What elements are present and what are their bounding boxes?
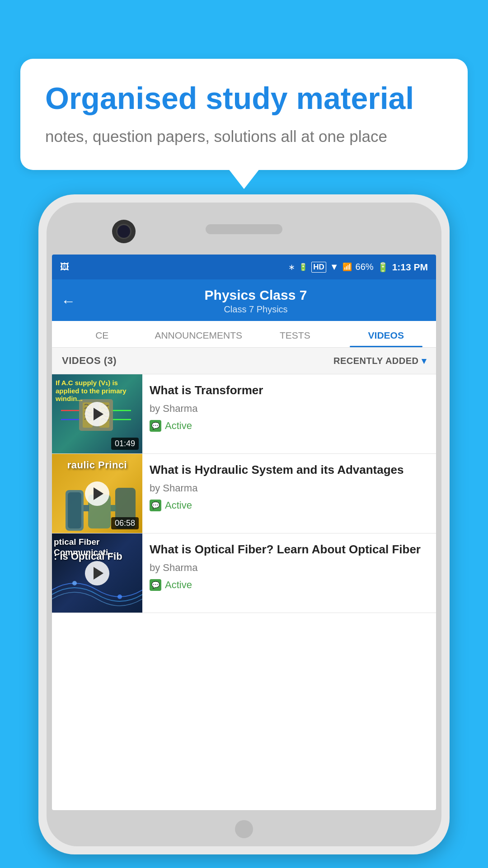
video-title-3: What is Optical Fiber? Learn About Optic… <box>150 542 429 557</box>
tab-announcements[interactable]: ANNOUNCEMENTS <box>147 321 249 347</box>
active-label-3: Active <box>165 579 192 591</box>
video-duration-2: 06:58 <box>111 517 139 529</box>
status-bar-right: ∗ 🔋 HD ▼ 📶 66% 🔋 1:13 PM <box>288 262 428 273</box>
svg-rect-12 <box>111 505 116 511</box>
video-author-1: by Sharma <box>150 403 429 415</box>
battery-label: 66% <box>356 262 374 272</box>
video-info-1: What is Transformer by Sharma 💬 Active <box>142 374 436 440</box>
optical-thumb-text2: : is Optical Fib <box>54 551 122 562</box>
play-button-3[interactable] <box>85 561 109 585</box>
video-info-2: What is Hydraulic System and its Advanta… <box>142 454 436 519</box>
active-label-1: Active <box>165 420 192 432</box>
play-triangle-1 <box>94 408 103 420</box>
bluetooth-icon: ∗ <box>288 262 295 272</box>
video-duration-1: 01:49 <box>111 438 139 450</box>
active-label-2: Active <box>165 500 192 511</box>
svg-rect-11 <box>84 505 89 511</box>
video-title-1: What is Transformer <box>150 382 429 398</box>
back-button[interactable]: ← <box>61 293 75 310</box>
video-thumbnail-1: If A.C supply (V₁) is applied to the pri… <box>52 374 142 453</box>
time-label: 1:13 PM <box>392 262 428 273</box>
play-button-1[interactable] <box>85 402 109 426</box>
phone-screen: 🖼 ∗ 🔋 HD ▼ 📶 66% 🔋 1:13 PM ← Physics Cla <box>52 255 436 810</box>
video-count: VIDEOS (3) <box>62 355 117 367</box>
status-bar-left: 🖼 <box>60 262 69 272</box>
play-triangle-3 <box>94 567 103 580</box>
status-icon-2: 💬 <box>150 500 161 511</box>
phone-inner: 🖼 ∗ 🔋 HD ▼ 📶 66% 🔋 1:13 PM ← Physics Cla <box>47 203 441 846</box>
status-icon-1: 💬 <box>150 420 161 432</box>
video-item-3[interactable]: ptical Fiber Communicati... : is Optical… <box>52 533 436 613</box>
chat-icon-3: 💬 <box>151 581 160 589</box>
phone-home-button[interactable] <box>235 820 253 838</box>
wifi-icon: ▼ <box>330 262 339 272</box>
status-bar: 🖼 ∗ 🔋 HD ▼ 📶 66% 🔋 1:13 PM <box>52 255 436 279</box>
chat-icon-2: 💬 <box>151 501 160 509</box>
status-image-icon: 🖼 <box>60 262 69 272</box>
video-info-3: What is Optical Fiber? Learn About Optic… <box>142 533 436 599</box>
chevron-down-icon: ▾ <box>422 355 427 366</box>
speech-bubble: Organised study material notes, question… <box>20 59 468 170</box>
phone-mockup: 🖼 ∗ 🔋 HD ▼ 📶 66% 🔋 1:13 PM ← Physics Cla <box>38 194 450 854</box>
video-thumbnail-2: raulic Princi 06:5 <box>52 454 142 533</box>
svg-point-13 <box>72 581 77 585</box>
sort-button[interactable]: RECENTLY ADDED ▾ <box>333 355 426 366</box>
video-author-2: by Sharma <box>150 482 429 494</box>
phone-camera <box>112 220 136 243</box>
battery-icon: 🔋 <box>377 262 389 273</box>
tab-videos[interactable]: VIDEOS <box>341 321 432 347</box>
ac-label: If A.C supply (V₁) is applied to the pri… <box>56 379 142 402</box>
tab-tests[interactable]: TESTS <box>249 321 340 347</box>
video-status-3: 💬 Active <box>150 579 429 591</box>
video-item-2[interactable]: raulic Princi 06:5 <box>52 454 436 533</box>
phone-speaker <box>206 224 282 234</box>
video-status-2: 💬 Active <box>150 500 429 511</box>
tab-ce[interactable]: CE <box>56 321 147 347</box>
video-author-3: by Sharma <box>150 562 429 574</box>
signal-icon: 📶 <box>343 262 352 272</box>
header-breadcrumb: Class 7 Physics <box>84 304 427 315</box>
sort-label: RECENTLY ADDED <box>333 356 419 366</box>
video-title-2: What is Hydraulic System and its Advanta… <box>150 462 429 478</box>
chat-icon-1: 💬 <box>151 422 160 430</box>
bubble-title: Organised study material <box>45 81 443 115</box>
speech-bubble-container: Organised study material notes, question… <box>20 59 468 170</box>
svg-point-14 <box>117 594 122 599</box>
play-triangle-2 <box>94 487 103 500</box>
vibrate-icon: 🔋 <box>299 263 308 271</box>
hd-label: HD <box>311 262 326 273</box>
play-button-2[interactable] <box>85 481 109 506</box>
header-title: Physics Class 7 <box>84 288 427 303</box>
header-text: Physics Class 7 Class 7 Physics <box>84 288 427 315</box>
app-header: ← Physics Class 7 Class 7 Physics <box>52 279 436 321</box>
video-thumbnail-3: ptical Fiber Communicati... : is Optical… <box>52 533 142 613</box>
svg-rect-8 <box>68 492 81 528</box>
status-icon-3: 💬 <box>150 579 161 591</box>
list-header: VIDEOS (3) RECENTLY ADDED ▾ <box>52 348 436 374</box>
bubble-subtitle: notes, question papers, solutions all at… <box>45 125 443 147</box>
video-item-1[interactable]: If A.C supply (V₁) is applied to the pri… <box>52 374 436 454</box>
tab-bar: CE ANNOUNCEMENTS TESTS VIDEOS <box>52 321 436 348</box>
video-status-1: 💬 Active <box>150 420 429 432</box>
